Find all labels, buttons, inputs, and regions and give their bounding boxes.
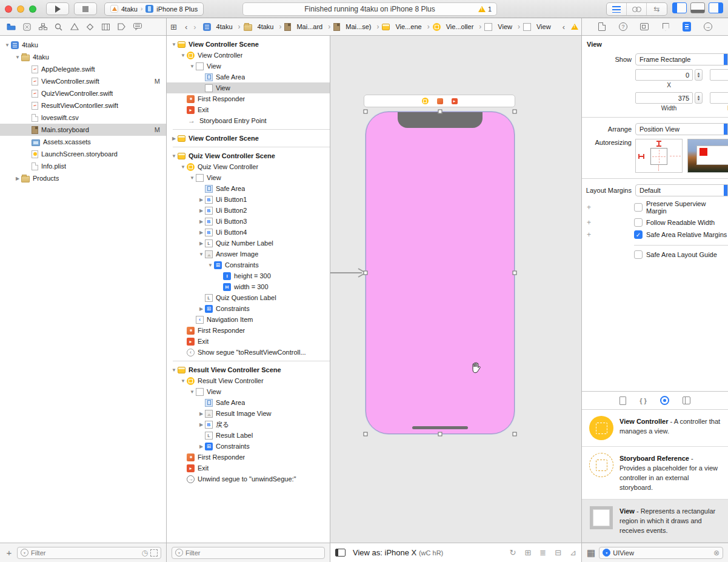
find-navigator-icon[interactable]: [53, 22, 64, 32]
breadcrumb-item[interactable]: Mai...ard: [284, 22, 333, 31]
outline-row[interactable]: ▶ Ui Button1: [167, 194, 330, 205]
outline-row[interactable]: ▶ View Controller Scene: [167, 133, 330, 144]
toggle-navigator-button[interactable]: [672, 2, 687, 13]
disclosure-triangle[interactable]: ▼: [170, 153, 178, 159]
view-controller-icon[interactable]: [422, 98, 429, 104]
resize-handle-top-right[interactable]: [513, 110, 517, 114]
grid-view-icon[interactable]: ▦: [587, 547, 595, 558]
disclosure-triangle[interactable]: ▶: [198, 411, 205, 416]
test-navigator-icon[interactable]: [85, 22, 95, 32]
outline-row[interactable]: height = 300: [167, 270, 330, 281]
breakpoint-navigator-icon[interactable]: [116, 22, 127, 32]
file-row[interactable]: AppDelegate.swift: [0, 63, 166, 75]
outline-row[interactable]: ▼ Answer Image: [167, 249, 330, 259]
close-window-button[interactable]: [5, 5, 12, 13]
y-field[interactable]: 0: [710, 69, 728, 81]
canvas-area[interactable]: [330, 36, 581, 543]
outline-row[interactable]: Quiz Question Label: [167, 292, 330, 303]
toggle-debug-area-button[interactable]: [690, 2, 705, 13]
file-row[interactable]: Info.plist: [0, 160, 166, 172]
outline-row[interactable]: View: [167, 82, 330, 93]
disclosure-triangle[interactable]: ▶: [198, 444, 205, 449]
minimize-window-button[interactable]: [17, 5, 24, 13]
outline-row[interactable]: Unwind segue to "unwindSegue:": [167, 473, 330, 484]
source-control-navigator-icon[interactable]: [22, 22, 32, 32]
outline-row[interactable]: ▼ Quiz View Controller: [167, 161, 330, 172]
disclosure-triangle[interactable]: ▼: [170, 367, 178, 373]
resize-handle-bottom-left[interactable]: [364, 432, 368, 437]
outline-row[interactable]: Safe Area: [167, 397, 330, 408]
outline-row[interactable]: Exit: [167, 104, 330, 115]
update-frames-icon[interactable]: ↻: [509, 548, 516, 557]
outline-row[interactable]: First Responder: [167, 452, 330, 463]
run-button[interactable]: [46, 2, 69, 15]
disclosure-triangle[interactable]: ▶: [198, 230, 205, 235]
show-dropdown[interactable]: Frame Rectangle: [635, 53, 728, 65]
issue-navigator-icon[interactable]: [69, 22, 79, 32]
autoresizing-top-strut[interactable]: [658, 141, 660, 147]
disclosure-triangle[interactable]: ▼: [198, 252, 205, 257]
resize-handle-left[interactable]: [364, 271, 368, 275]
width-field[interactable]: 375: [635, 92, 693, 104]
file-row[interactable]: loveswift.csv: [0, 112, 166, 124]
debug-navigator-icon[interactable]: [101, 22, 111, 32]
outline-row[interactable]: ▶ Ui Button2: [167, 205, 330, 216]
checkbox[interactable]: [634, 218, 643, 227]
outline-row[interactable]: ▼ View Controller: [167, 50, 330, 61]
outline-row[interactable]: ▼ View Controller Scene: [167, 39, 330, 50]
outline-row[interactable]: Show segue "toResultViewControll...: [167, 347, 330, 358]
file-row[interactable]: ResultViewContorller.swift: [0, 99, 166, 112]
disclosure-triangle[interactable]: ▼: [14, 55, 21, 60]
clear-filter-icon[interactable]: ⊗: [713, 549, 720, 557]
code-snippet-library-tab[interactable]: { }: [640, 397, 647, 404]
resize-handle-top-left[interactable]: [364, 110, 368, 114]
outline-filter-input[interactable]: [185, 549, 321, 557]
autoresizing-right-strut[interactable]: [670, 156, 681, 156]
outline-row[interactable]: ▼ Constraints: [167, 259, 330, 270]
breadcrumb-item[interactable]: 4taku: [203, 22, 244, 31]
outline-row[interactable]: ▶ 戻る: [167, 419, 330, 430]
checkbox[interactable]: [634, 230, 643, 239]
autoresizing-widget[interactable]: [635, 139, 683, 173]
outline-row[interactable]: First Responder: [167, 325, 330, 336]
breadcrumb-item[interactable]: 4taku: [244, 22, 285, 31]
disclosure-triangle[interactable]: ▼: [4, 42, 11, 48]
disclosure-triangle[interactable]: ▼: [207, 263, 214, 268]
checkbox[interactable]: [634, 250, 643, 259]
outline-row[interactable]: Safe Area: [167, 72, 330, 82]
constraints-menu-icon[interactable]: ⊿: [570, 548, 576, 557]
outline-filter-field[interactable]: [172, 547, 325, 559]
outline-row[interactable]: Navigation Item: [167, 314, 330, 325]
outline-row[interactable]: width = 300: [167, 281, 330, 292]
scm-status-filter-icon[interactable]: [150, 549, 158, 557]
x-stepper[interactable]: ▲▼: [695, 69, 703, 81]
report-navigator-icon[interactable]: [132, 22, 142, 32]
file-row[interactable]: ▼ 4taku: [0, 39, 166, 51]
outline-row[interactable]: Exit: [167, 336, 330, 347]
outline-row[interactable]: ▼ View: [167, 386, 330, 397]
library-item[interactable]: Storyboard Reference - Provides a placeh…: [582, 447, 728, 500]
disclosure-triangle[interactable]: ▼: [189, 64, 196, 69]
help-inspector-tab[interactable]: ?: [618, 21, 629, 32]
layout-margins-dropdown[interactable]: Default: [635, 184, 728, 196]
disclosure-triangle[interactable]: ▶: [198, 306, 205, 312]
media-library-tab[interactable]: [683, 396, 690, 404]
autoresizing-left-strut[interactable]: [638, 156, 644, 157]
embed-icon[interactable]: ⊞: [524, 548, 531, 557]
version-editor-button[interactable]: ⇆: [647, 3, 667, 15]
file-row[interactable]: Main.storyboard M: [0, 124, 166, 136]
outline-row[interactable]: ▶ Result Image View: [167, 408, 330, 419]
toggle-inspector-button[interactable]: [709, 2, 723, 13]
disclosure-triangle[interactable]: ▶: [170, 136, 178, 141]
height-field[interactable]: 812: [710, 92, 728, 104]
disclosure-triangle[interactable]: ▼: [189, 389, 196, 395]
library-filter-input[interactable]: [613, 549, 711, 557]
disclosure-triangle[interactable]: ▶: [198, 241, 205, 246]
assistant-editor-button[interactable]: [627, 3, 647, 15]
breadcrumb-item[interactable]: Vie...oller: [433, 22, 485, 31]
file-row[interactable]: QuizViewController.swift: [0, 87, 166, 99]
outline-row[interactable]: ▶ Constraints: [167, 441, 330, 452]
project-navigator-icon[interactable]: [6, 22, 16, 32]
width-stepper[interactable]: ▲▼: [695, 92, 703, 104]
iphone-x-view[interactable]: [366, 112, 515, 434]
